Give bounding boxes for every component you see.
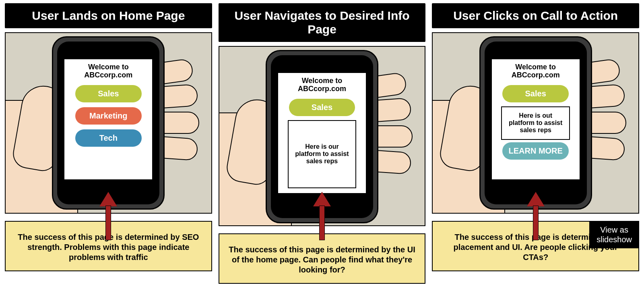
panel-caption: The success of this page is determined b… <box>219 233 426 284</box>
nav-pill-tech: Tech <box>75 129 142 147</box>
phone-screen: Welcome toABCcorp.com Sales Marketing Te… <box>64 58 153 180</box>
phone-frame: Welcome toABCcorp.com Sales Marketing Te… <box>52 36 165 210</box>
screen-info-box: Here is out platform to assist sales rep… <box>501 106 570 140</box>
hand-illustration: Welcome toABCcorp.com Sales Here is out … <box>433 33 638 213</box>
nav-pill-sales: Sales <box>289 99 355 116</box>
diagram-stage: User Lands on Home Page Welcome toABCcor… <box>0 0 644 287</box>
nav-pill-marketing: Marketing <box>75 107 142 125</box>
hand-illustration: Welcome toABCcorp.com Sales Marketing Te… <box>6 33 211 213</box>
panel-caption: The success of this page is determined b… <box>5 221 212 271</box>
screen-welcome-text: Welcome toABCcorp.com <box>84 63 132 79</box>
panel-call-to-action: User Clicks on Call to Action Welcome to… <box>432 3 639 284</box>
cta-learn-more: LEARN MORE <box>502 142 569 160</box>
phone-screen: Welcome toABCcorp.com Sales Here is out … <box>491 58 580 180</box>
panel-header: User Lands on Home Page <box>5 3 212 28</box>
screen-info-box: Here is our platform to assist sales rep… <box>288 120 357 188</box>
phone-frame: Welcome toABCcorp.com Sales Here is our … <box>266 50 378 223</box>
phone-frame: Welcome toABCcorp.com Sales Here is out … <box>479 36 592 210</box>
screen-welcome-text: Welcome toABCcorp.com <box>298 77 346 93</box>
nav-pill-sales: Sales <box>502 85 569 102</box>
phone-screen: Welcome toABCcorp.com Sales Here is our … <box>277 72 367 194</box>
panel-header: User Navigates to Desired Info Page <box>219 3 426 42</box>
panel-info-page: User Navigates to Desired Info Page Welc… <box>219 3 426 284</box>
panel-illustration: Welcome toABCcorp.com Sales Marketing Te… <box>5 32 212 214</box>
nav-pill-sales: Sales <box>75 85 142 102</box>
hand-illustration: Welcome toABCcorp.com Sales Here is our … <box>219 47 425 225</box>
screen-welcome-text: Welcome toABCcorp.com <box>512 63 560 79</box>
panel-header: User Clicks on Call to Action <box>432 3 639 28</box>
panel-illustration: Welcome toABCcorp.com Sales Here is our … <box>219 46 426 226</box>
panel-illustration: Welcome toABCcorp.com Sales Here is out … <box>432 32 639 214</box>
panel-home-page: User Lands on Home Page Welcome toABCcor… <box>5 3 212 284</box>
view-as-slideshow-button[interactable]: View asslideshow <box>589 221 639 248</box>
